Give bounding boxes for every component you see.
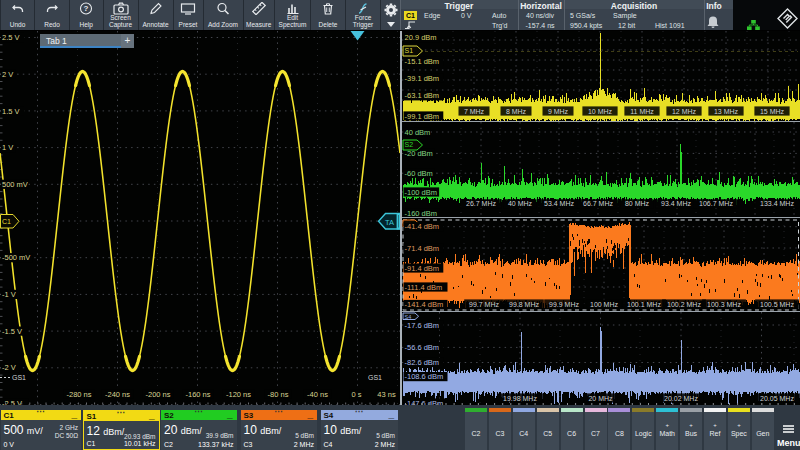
svg-text:20.05 MHz: 20.05 MHz xyxy=(760,395,794,402)
svg-text:TA: TA xyxy=(385,218,394,227)
svg-text:-2 V: -2 V xyxy=(2,363,16,372)
svg-text:133.4 MHz: 133.4 MHz xyxy=(760,200,794,207)
svg-text:-1 V: -1 V xyxy=(2,290,16,299)
svg-text:2 V: 2 V xyxy=(2,70,13,79)
svg-text:40 dBm: 40 dBm xyxy=(405,128,431,137)
svg-text:10 MHz: 10 MHz xyxy=(588,108,613,115)
svg-text:-40 ns: -40 ns xyxy=(307,390,328,399)
svg-text:20 MHz: 20 MHz xyxy=(588,395,613,402)
svg-text:8 MHz: 8 MHz xyxy=(506,108,527,115)
svg-text:99.7 MHz: 99.7 MHz xyxy=(469,301,499,308)
svg-text:-17.6 dBm: -17.6 dBm xyxy=(405,321,440,330)
svg-text:C1: C1 xyxy=(2,218,11,225)
svg-text:40 MHz: 40 MHz xyxy=(508,200,533,207)
svg-text:13 MHz: 13 MHz xyxy=(714,108,739,115)
svg-text:S2: S2 xyxy=(405,141,414,148)
svg-text:2.5 V: 2.5 V xyxy=(2,33,20,42)
svg-text:66.7 MHz: 66.7 MHz xyxy=(583,200,613,207)
svg-text:?: ? xyxy=(84,4,89,13)
svg-text:-60 dBm: -60 dBm xyxy=(405,169,433,178)
svg-text:20.9 dBm: 20.9 dBm xyxy=(405,33,437,42)
svg-text:S1: S1 xyxy=(405,47,414,54)
svg-text:S4: S4 xyxy=(405,314,412,320)
svg-text:7 MHz: 7 MHz xyxy=(464,108,485,115)
svg-text:93.4 MHz: 93.4 MHz xyxy=(661,200,691,207)
svg-text:9 MHz: 9 MHz xyxy=(548,108,569,115)
svg-text:-108.6 dBm: -108.6 dBm xyxy=(405,372,444,381)
svg-text:-200 ns: -200 ns xyxy=(145,390,170,399)
svg-text:-39.1 dBm: -39.1 dBm xyxy=(405,74,440,83)
svg-text:0 s: 0 s xyxy=(351,390,361,399)
svg-text:-82.6 dBm: -82.6 dBm xyxy=(405,358,440,367)
svg-text:-111.4 dBm: -111.4 dBm xyxy=(405,283,443,292)
svg-text:GS1: GS1 xyxy=(12,374,26,381)
svg-text:100.1 MHz: 100.1 MHz xyxy=(627,301,661,308)
svg-text:-71.4 dBm: -71.4 dBm xyxy=(405,244,440,253)
svg-text:-91.4 dBm: -91.4 dBm xyxy=(405,264,440,273)
svg-text:-63.1 dBm: -63.1 dBm xyxy=(405,91,440,100)
svg-text:1.5 V: 1.5 V xyxy=(2,107,20,116)
svg-text:80 MHz: 80 MHz xyxy=(625,200,650,207)
svg-text:106.7 MHz: 106.7 MHz xyxy=(699,200,733,207)
svg-text:-1.5 V: -1.5 V xyxy=(2,327,22,336)
svg-text:-160 ns: -160 ns xyxy=(185,390,210,399)
svg-text:-99.1 dBm: -99.1 dBm xyxy=(405,112,440,121)
svg-text:100.3 MHz: 100.3 MHz xyxy=(707,301,741,308)
svg-text:-120 ns: -120 ns xyxy=(226,390,251,399)
svg-text:-160 dBm: -160 dBm xyxy=(405,209,438,218)
svg-text:11 MHz: 11 MHz xyxy=(630,108,654,115)
svg-text:-80 ns: -80 ns xyxy=(268,390,289,399)
svg-text:-240 ns: -240 ns xyxy=(105,390,130,399)
svg-text:1 V: 1 V xyxy=(2,143,13,152)
svg-text:100 MHz: 100 MHz xyxy=(590,301,619,308)
svg-text:19.98 MHz: 19.98 MHz xyxy=(503,395,537,402)
svg-text:-500 mV: -500 mV xyxy=(2,253,30,262)
svg-text:100.2 MHz: 100.2 MHz xyxy=(667,301,701,308)
svg-text:53.4 MHz: 53.4 MHz xyxy=(544,200,574,207)
svg-text:-100 dBm: -100 dBm xyxy=(405,188,438,197)
svg-text:-15.1 dBm: -15.1 dBm xyxy=(405,57,440,66)
svg-text:26.7 MHz: 26.7 MHz xyxy=(466,200,496,207)
svg-text:-280 ns: -280 ns xyxy=(66,390,91,399)
svg-text:-41.4 dBm: -41.4 dBm xyxy=(405,222,440,231)
svg-text:99.9 MHz: 99.9 MHz xyxy=(549,301,579,308)
svg-text:43 ns: 43 ns xyxy=(377,390,396,399)
svg-text:-56.6 dBm: -56.6 dBm xyxy=(405,343,440,352)
svg-text:-141.4 dBm: -141.4 dBm xyxy=(405,300,444,309)
svg-text:15 MHz: 15 MHz xyxy=(760,108,785,115)
svg-text:20.02 MHz: 20.02 MHz xyxy=(664,395,698,402)
svg-text:GS1: GS1 xyxy=(368,374,382,381)
svg-text:99.8 MHz: 99.8 MHz xyxy=(509,301,539,308)
svg-text:500 mV: 500 mV xyxy=(2,180,28,189)
svg-text:12 MHz: 12 MHz xyxy=(672,108,697,115)
svg-text:100.5 MHz: 100.5 MHz xyxy=(760,301,794,308)
